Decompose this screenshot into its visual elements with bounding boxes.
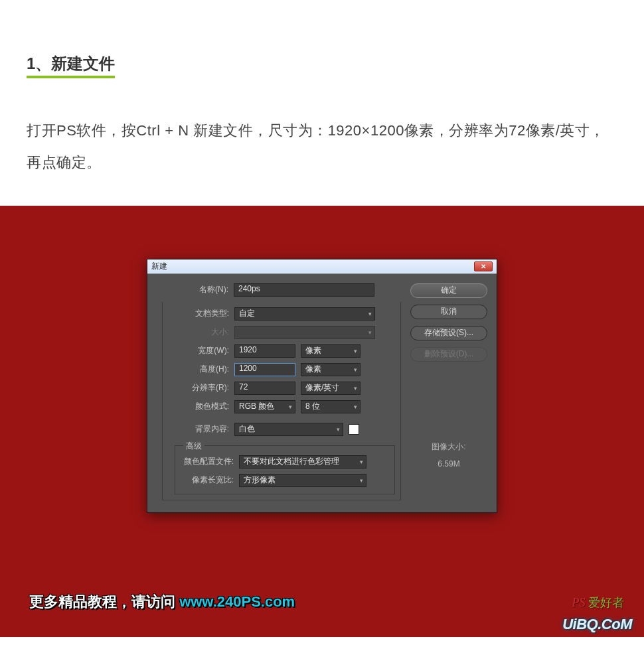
- color-profile-select[interactable]: 不要对此文档进行色彩管理 ▾: [239, 455, 366, 469]
- cancel-button[interactable]: 取消: [410, 305, 487, 319]
- bg-content-select[interactable]: 白色 ▾: [234, 423, 343, 436]
- watermark-uibq: UiBQ.CoM: [562, 616, 632, 633]
- color-mode-select[interactable]: RGB 颜色 ▾: [234, 400, 295, 413]
- step-description: 打开PS软件，按Ctrl + N 新建文件，尺寸为：1920×1200像素，分辨…: [27, 115, 617, 179]
- color-profile-label: 颜色配置文件:: [182, 456, 239, 467]
- width-input[interactable]: 1920: [234, 344, 295, 358]
- name-input[interactable]: 240ps: [234, 283, 374, 297]
- size-select: ▾: [234, 326, 375, 339]
- bg-content-label: 背景内容:: [163, 423, 234, 435]
- dialog-titlebar: 新建 ✕: [147, 259, 497, 274]
- watermark-ps-lover: PS 爱好者: [572, 595, 625, 611]
- footer-link: www.240PS.com: [179, 593, 295, 610]
- chevron-down-icon: ▾: [360, 459, 363, 465]
- chevron-down-icon: ▾: [360, 477, 363, 484]
- height-input[interactable]: 1200: [234, 363, 295, 376]
- image-size-value: 6.59M: [432, 459, 465, 469]
- size-label: 大小:: [163, 327, 234, 338]
- chevron-down-icon: ▾: [368, 311, 372, 317]
- close-button[interactable]: ✕: [474, 261, 493, 271]
- screenshot-area: 新建 ✕ 名称(N): 240ps 文档类型: 自定 ▾: [0, 206, 644, 637]
- ok-button[interactable]: 确定: [410, 283, 487, 298]
- chevron-down-icon: ▾: [354, 366, 357, 373]
- pixel-aspect-label: 像素长宽比:: [182, 475, 239, 486]
- image-size-label: 图像大小:: [432, 441, 465, 453]
- name-label: 名称(N):: [155, 284, 234, 295]
- chevron-down-icon: ▾: [354, 403, 357, 410]
- height-unit-select[interactable]: 像素 ▾: [301, 363, 361, 376]
- step-title: 1、新建文件: [27, 53, 115, 78]
- resolution-input[interactable]: 72: [234, 382, 295, 395]
- chevron-down-icon: ▾: [337, 426, 340, 433]
- chevron-down-icon: ▾: [289, 403, 292, 410]
- chevron-down-icon: ▾: [354, 385, 357, 392]
- resolution-label: 分辨率(R):: [163, 382, 234, 394]
- bg-color-swatch[interactable]: [349, 424, 359, 435]
- footer-text: 更多精品教程，请访问 www.240PS.com: [29, 592, 295, 612]
- width-unit-select[interactable]: 像素 ▾: [301, 344, 361, 358]
- pixel-aspect-select[interactable]: 方形像素 ▾: [239, 474, 366, 487]
- doc-type-select[interactable]: 自定 ▾: [234, 307, 375, 321]
- doc-type-label: 文档类型:: [163, 308, 234, 319]
- chevron-down-icon: ▾: [354, 348, 357, 354]
- height-label: 高度(H):: [163, 364, 234, 375]
- width-label: 宽度(W):: [163, 345, 234, 356]
- advanced-label: 高级: [183, 441, 204, 452]
- close-icon: ✕: [481, 263, 486, 270]
- resolution-unit-select[interactable]: 像素/英寸 ▾: [301, 382, 361, 395]
- delete-preset-button: 删除预设(D)...: [410, 347, 487, 362]
- new-document-dialog: 新建 ✕ 名称(N): 240ps 文档类型: 自定 ▾: [147, 259, 497, 513]
- color-mode-label: 颜色模式:: [163, 401, 234, 412]
- chevron-down-icon: ▾: [368, 329, 372, 336]
- dialog-title: 新建: [151, 261, 167, 272]
- save-preset-button[interactable]: 存储预设(S)...: [410, 326, 487, 340]
- bit-depth-select[interactable]: 8 位 ▾: [301, 400, 361, 413]
